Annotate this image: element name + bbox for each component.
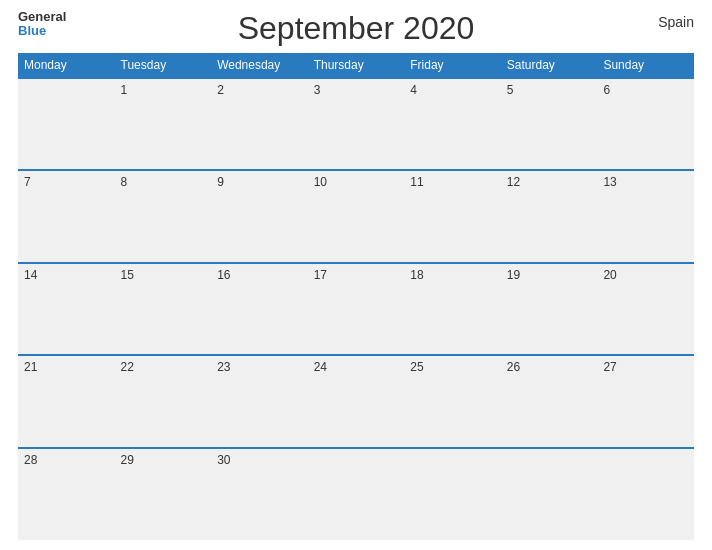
logo-blue-text: Blue	[18, 24, 66, 38]
calendar-cell: 27	[597, 355, 694, 447]
calendar-cell: 29	[115, 448, 212, 540]
calendar-cell: 23	[211, 355, 308, 447]
day-number: 26	[507, 360, 520, 374]
day-number: 27	[603, 360, 616, 374]
calendar-table: MondayTuesdayWednesdayThursdayFridaySatu…	[18, 53, 694, 540]
logo: General Blue	[18, 10, 66, 39]
weekday-header-friday: Friday	[404, 53, 501, 78]
calendar-week-0: 123456	[18, 78, 694, 170]
day-number: 1	[121, 83, 128, 97]
day-number: 17	[314, 268, 327, 282]
day-number: 22	[121, 360, 134, 374]
calendar-cell: 26	[501, 355, 598, 447]
calendar-body: 1234567891011121314151617181920212223242…	[18, 78, 694, 540]
day-number: 14	[24, 268, 37, 282]
calendar-cell: 19	[501, 263, 598, 355]
day-number: 13	[603, 175, 616, 189]
calendar-week-2: 14151617181920	[18, 263, 694, 355]
weekday-header-saturday: Saturday	[501, 53, 598, 78]
calendar-cell: 18	[404, 263, 501, 355]
calendar-cell: 7	[18, 170, 115, 262]
calendar-cell: 2	[211, 78, 308, 170]
calendar-cell	[308, 448, 405, 540]
day-number: 2	[217, 83, 224, 97]
calendar-cell: 14	[18, 263, 115, 355]
day-number: 21	[24, 360, 37, 374]
day-number: 25	[410, 360, 423, 374]
calendar-cell: 28	[18, 448, 115, 540]
calendar-cell: 25	[404, 355, 501, 447]
logo-general-text: General	[18, 10, 66, 24]
calendar-cell: 22	[115, 355, 212, 447]
calendar-week-3: 21222324252627	[18, 355, 694, 447]
calendar-cell: 15	[115, 263, 212, 355]
day-number: 7	[24, 175, 31, 189]
day-number: 20	[603, 268, 616, 282]
calendar-cell: 24	[308, 355, 405, 447]
weekday-header-thursday: Thursday	[308, 53, 405, 78]
day-number: 15	[121, 268, 134, 282]
country-label: Spain	[658, 14, 694, 30]
calendar-cell: 16	[211, 263, 308, 355]
weekday-row: MondayTuesdayWednesdayThursdayFridaySatu…	[18, 53, 694, 78]
day-number: 4	[410, 83, 417, 97]
day-number: 29	[121, 453, 134, 467]
day-number: 24	[314, 360, 327, 374]
calendar-cell: 3	[308, 78, 405, 170]
day-number: 30	[217, 453, 230, 467]
calendar-cell: 10	[308, 170, 405, 262]
day-number: 11	[410, 175, 423, 189]
calendar-cell: 20	[597, 263, 694, 355]
calendar-cell: 6	[597, 78, 694, 170]
day-number: 23	[217, 360, 230, 374]
calendar-cell: 1	[115, 78, 212, 170]
calendar-header-row: MondayTuesdayWednesdayThursdayFridaySatu…	[18, 53, 694, 78]
weekday-header-tuesday: Tuesday	[115, 53, 212, 78]
day-number: 16	[217, 268, 230, 282]
calendar-cell: 13	[597, 170, 694, 262]
calendar-header: General Blue September 2020 Spain	[18, 10, 694, 47]
month-title: September 2020	[238, 10, 475, 47]
weekday-header-sunday: Sunday	[597, 53, 694, 78]
day-number: 18	[410, 268, 423, 282]
weekday-header-wednesday: Wednesday	[211, 53, 308, 78]
calendar-cell: 21	[18, 355, 115, 447]
calendar-cell: 30	[211, 448, 308, 540]
calendar-cell: 9	[211, 170, 308, 262]
calendar-cell: 4	[404, 78, 501, 170]
calendar-cell: 17	[308, 263, 405, 355]
day-number: 6	[603, 83, 610, 97]
calendar-week-1: 78910111213	[18, 170, 694, 262]
calendar-cell	[18, 78, 115, 170]
calendar-week-4: 282930	[18, 448, 694, 540]
calendar-cell: 5	[501, 78, 598, 170]
calendar-cell	[501, 448, 598, 540]
calendar-cell: 12	[501, 170, 598, 262]
day-number: 10	[314, 175, 327, 189]
weekday-header-monday: Monday	[18, 53, 115, 78]
calendar-cell	[597, 448, 694, 540]
day-number: 5	[507, 83, 514, 97]
day-number: 28	[24, 453, 37, 467]
day-number: 12	[507, 175, 520, 189]
day-number: 3	[314, 83, 321, 97]
day-number: 9	[217, 175, 224, 189]
calendar-cell	[404, 448, 501, 540]
calendar-cell: 11	[404, 170, 501, 262]
calendar-cell: 8	[115, 170, 212, 262]
day-number: 19	[507, 268, 520, 282]
day-number: 8	[121, 175, 128, 189]
